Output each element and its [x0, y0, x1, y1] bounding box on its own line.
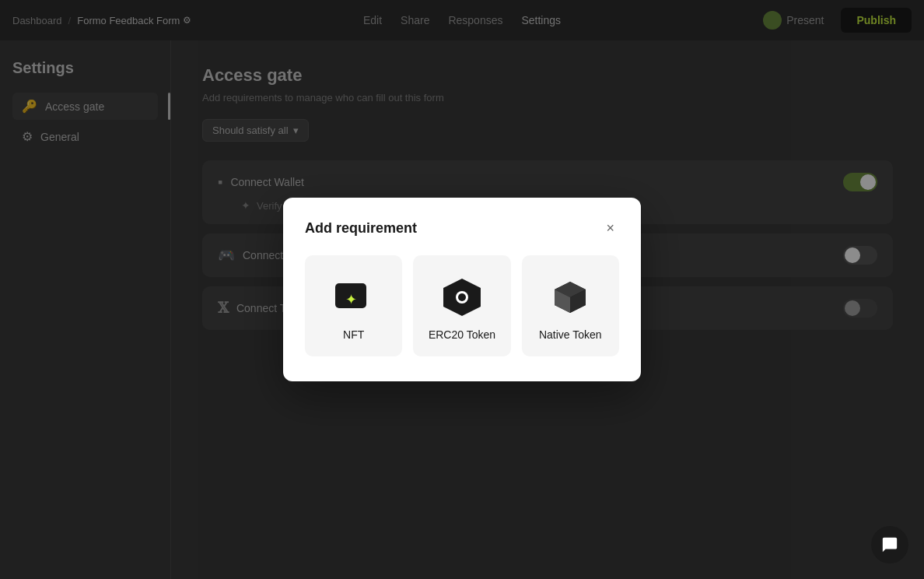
native-token-icon	[550, 277, 590, 318]
svg-text:✦: ✦	[345, 292, 356, 307]
nft-label: NFT	[343, 328, 364, 341]
erc20-icon	[442, 277, 482, 318]
native-token-label: Native Token	[539, 328, 602, 341]
modal-overlay[interactable]: Add requirement × ✦ NFT	[0, 0, 924, 579]
modal-title: Add requirement	[305, 220, 417, 237]
modal-close-button[interactable]: ×	[601, 219, 619, 237]
chat-support-button[interactable]	[871, 526, 908, 563]
chat-icon	[881, 536, 898, 553]
erc20-option[interactable]: ERC20 Token	[413, 255, 510, 356]
erc20-label: ERC20 Token	[429, 328, 495, 341]
add-requirement-modal: Add requirement × ✦ NFT	[283, 198, 641, 381]
modal-options: ✦ NFT ERC20 Token	[305, 255, 619, 356]
svg-point-4	[458, 293, 466, 301]
native-token-option[interactable]: Native Token	[522, 255, 619, 356]
nft-icon: ✦	[334, 277, 374, 318]
nft-option[interactable]: ✦ NFT	[305, 255, 402, 356]
modal-header: Add requirement ×	[305, 219, 619, 237]
